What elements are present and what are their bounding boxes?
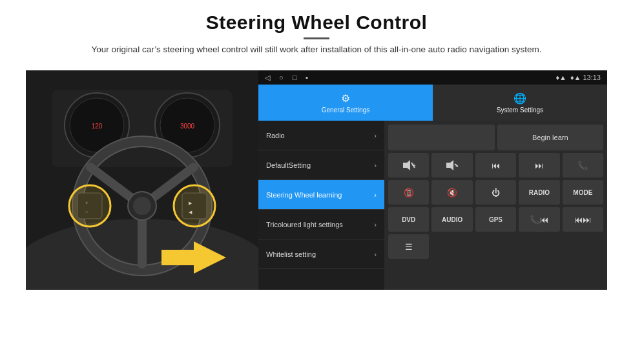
menu-item-tricolour[interactable]: Tricoloured light settings › [258, 210, 384, 239]
chevron-icon: › [374, 250, 377, 258]
home-icon: ○ [279, 74, 284, 81]
prev-next-button[interactable]: ⏮⏭ [563, 207, 603, 232]
control-grid-row2: 📵 🔇 ⏻ RADIO MODE [388, 180, 603, 205]
list-button[interactable]: ☰ [388, 234, 429, 259]
menu-content: Radio › DefaultSetting › Steering Wheel … [258, 121, 607, 290]
control-grid-row1: + - ⏮ ⏭ 📞 [388, 153, 603, 177]
menu-item-default-label: DefaultSetting [266, 161, 311, 170]
phone-prev-button[interactable]: 📞⏮ [519, 207, 559, 232]
chevron-icon: › [374, 221, 377, 228]
menu-item-whitelist-label: Whitelist setting [266, 250, 316, 259]
page-subtitle: Your original car’s steering wheel contr… [92, 43, 542, 56]
radio-button[interactable]: RADIO [519, 180, 559, 205]
steering-wheel-image: 120 3000 + − [26, 70, 258, 290]
chevron-icon: › [374, 161, 377, 169]
chevron-icon: › [374, 191, 377, 199]
status-bar: ◁ ○ □ ▪ ♦▲ ♦▲ 13:13 [258, 70, 607, 85]
svg-text:120: 120 [92, 123, 103, 130]
page-title: Steering Wheel Control [92, 12, 542, 34]
prev-track-button[interactable]: ⏮ [475, 153, 516, 177]
dvd-button[interactable]: DVD [388, 207, 429, 232]
tab-bar: ⚙ General Settings 🌐 System Settings [258, 85, 607, 121]
svg-point-23 [174, 185, 215, 227]
title-section: Steering Wheel Control Your original car… [92, 12, 542, 65]
menu-item-steering-label: Steering Wheel learning [266, 190, 342, 199]
clock: ♦▲ 13:13 [570, 74, 601, 81]
title-divider [304, 37, 329, 39]
tab-system[interactable]: 🌐 System Settings [433, 85, 607, 121]
system-settings-icon: 🌐 [514, 92, 526, 105]
phone-answer-button[interactable]: 📞 [563, 153, 603, 177]
svg-point-22 [69, 185, 110, 227]
tab-system-label: System Settings [497, 106, 543, 114]
svg-rect-25 [161, 250, 197, 265]
menu-item-default[interactable]: DefaultSetting › [258, 150, 384, 180]
next-track-button[interactable]: ⏭ [519, 153, 559, 177]
input-display-box [388, 125, 495, 150]
device-screen: ◁ ○ □ ▪ ♦▲ ♦▲ 13:13 ⚙ General Settings 🌐 [258, 70, 607, 290]
vol-up-button[interactable]: + [388, 153, 429, 177]
content-area: 120 3000 + − [26, 70, 607, 290]
status-bar-right: ♦▲ ♦▲ 13:13 [555, 74, 601, 81]
menu-item-radio-label: Radio [266, 131, 285, 140]
svg-text:3000: 3000 [180, 123, 195, 130]
menu-item-radio[interactable]: Radio › [258, 121, 384, 150]
control-grid-row3: DVD AUDIO GPS 📞⏮ ⏮⏭ [388, 207, 603, 232]
mute-button[interactable]: 🔇 [431, 180, 472, 205]
page-wrapper: Steering Wheel Control Your original car… [0, 0, 633, 364]
menu-item-whitelist[interactable]: Whitelist setting › [258, 239, 384, 269]
gps-button[interactable]: GPS [475, 207, 516, 232]
svg-text:-: - [455, 162, 457, 169]
recent-icon: □ [293, 74, 297, 81]
back-icon: ◁ [265, 74, 270, 82]
power-button[interactable]: ⏻ [475, 180, 516, 205]
learning-panel: Begin learn + - ⏮ ⏭ 📞 [384, 121, 607, 290]
phone-hangup-button[interactable]: 📵 [388, 180, 429, 205]
mode-button[interactable]: MODE [563, 180, 603, 205]
svg-marker-30 [446, 160, 453, 170]
status-bar-left: ◁ ○ □ ▪ [265, 74, 308, 82]
begin-learn-button[interactable]: Begin learn [497, 125, 604, 150]
vol-down-button[interactable]: - [431, 153, 472, 177]
menu-item-tricolour-label: Tricoloured light settings [266, 220, 343, 229]
control-grid-row4: ☰ [388, 234, 603, 259]
svg-point-15 [133, 197, 151, 215]
svg-text:+: + [412, 162, 416, 169]
tab-general-label: General Settings [322, 106, 370, 114]
signal-icon: ♦▲ [555, 74, 566, 81]
svg-marker-26 [403, 160, 410, 170]
menu-icon: ▪ [306, 74, 308, 81]
learn-top-row: Begin learn [388, 125, 603, 150]
audio-button[interactable]: AUDIO [431, 207, 472, 232]
menu-item-steering[interactable]: Steering Wheel learning › [258, 180, 384, 210]
tab-general[interactable]: ⚙ General Settings [258, 85, 433, 121]
chevron-icon: › [374, 132, 377, 139]
menu-list: Radio › DefaultSetting › Steering Wheel … [258, 121, 384, 290]
general-settings-icon: ⚙ [341, 92, 350, 105]
